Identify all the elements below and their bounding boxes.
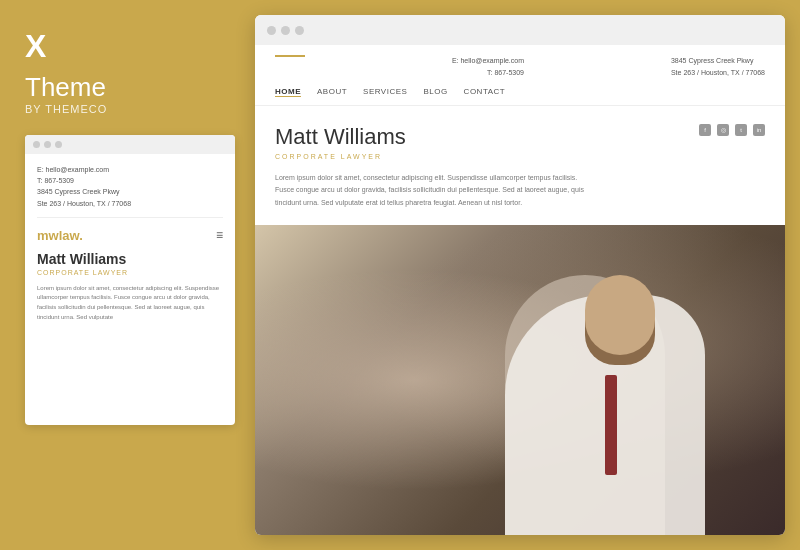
person-figure xyxy=(505,285,705,535)
desktop-hero-name: Matt Williams xyxy=(275,124,595,150)
twitter-icon[interactable]: t xyxy=(735,124,747,136)
main-area: E: hello@example.com T: 867-5309 3845 Cy… xyxy=(245,0,800,550)
desktop-preview-card: E: hello@example.com T: 867-5309 3845 Cy… xyxy=(255,15,785,535)
sidebar-logo: X xyxy=(25,30,225,62)
instagram-icon[interactable]: ◎ xyxy=(717,124,729,136)
mini-dot-3 xyxy=(55,141,62,148)
mini-dot-2 xyxy=(44,141,51,148)
mini-hamburger-icon[interactable]: ≡ xyxy=(216,228,223,242)
mini-browser-bar xyxy=(25,135,235,154)
person-head xyxy=(585,275,655,355)
desktop-address1: 3845 Cypress Creek Pkwy xyxy=(671,55,765,67)
person-tie xyxy=(605,375,617,475)
desktop-nav-links: HOME ABOUT SERVICES BLOG CONTACT xyxy=(275,87,765,105)
desktop-image-section xyxy=(255,225,785,535)
sidebar-by: By THEMECO xyxy=(25,103,225,115)
desktop-address2: Ste 263 / Houston, TX / 77068 xyxy=(671,67,765,79)
desktop-contact-phone: T: 867-5309 xyxy=(452,67,524,79)
desktop-hero: Matt Williams CORPORATE LAWYER Lorem ips… xyxy=(255,106,785,225)
mini-contact-info: E: hello@example.com T: 867-5309 3845 Cy… xyxy=(37,164,131,209)
mini-email: E: hello@example.com xyxy=(37,164,131,175)
desktop-address-right: 3845 Cypress Creek Pkwy Ste 263 / Housto… xyxy=(671,55,765,79)
mini-body-text: Lorem ipsum dolor sit amet, consectetur … xyxy=(37,284,223,322)
desktop-dot-2 xyxy=(281,26,290,35)
desktop-content: E: hello@example.com T: 867-5309 3845 Cy… xyxy=(255,45,785,535)
mini-address2: Ste 263 / Houston, TX / 77068 xyxy=(37,198,131,209)
desktop-nav-area: E: hello@example.com T: 867-5309 3845 Cy… xyxy=(255,45,785,106)
desktop-logo-line xyxy=(275,55,305,57)
desktop-logo-section xyxy=(275,55,305,61)
nav-link-home[interactable]: HOME xyxy=(275,87,301,97)
desktop-hero-body: Lorem ipsum dolor sit amet, consectetur … xyxy=(275,172,595,210)
x-logo: X xyxy=(25,30,46,62)
facebook-icon[interactable]: f xyxy=(699,124,711,136)
nav-link-blog[interactable]: BLOG xyxy=(423,87,447,97)
mini-divider xyxy=(37,217,223,218)
mini-header-row: mwlaw. ≡ xyxy=(37,228,223,243)
desktop-hero-text: Matt Williams CORPORATE LAWYER Lorem ips… xyxy=(275,124,595,210)
nav-link-contact[interactable]: CONTACT xyxy=(464,87,506,97)
desktop-hero-role: CORPORATE LAWYER xyxy=(275,153,595,160)
mini-content: E: hello@example.com T: 867-5309 3845 Cy… xyxy=(25,154,235,332)
desktop-dot-1 xyxy=(267,26,276,35)
sidebar-title: Theme xyxy=(25,72,225,103)
mini-contact-row: E: hello@example.com T: 867-5309 3845 Cy… xyxy=(37,164,223,209)
desktop-social-icons: f ◎ t in xyxy=(699,124,765,136)
desktop-browser-bar xyxy=(255,15,785,45)
nav-link-about[interactable]: ABOUT xyxy=(317,87,347,97)
linkedin-icon[interactable]: in xyxy=(753,124,765,136)
mini-preview-card: E: hello@example.com T: 867-5309 3845 Cy… xyxy=(25,135,235,425)
mini-address1: 3845 Cypress Creek Pkwy xyxy=(37,186,131,197)
sidebar: X Theme By THEMECO E: hello@example.com … xyxy=(0,0,245,550)
nav-link-services[interactable]: SERVICES xyxy=(363,87,407,97)
desktop-contact-right: E: hello@example.com T: 867-5309 xyxy=(452,55,524,79)
mini-person-name: Matt Williams xyxy=(37,251,223,267)
mini-person-role: CORPORATE LAWYER xyxy=(37,269,223,276)
mini-dot-1 xyxy=(33,141,40,148)
desktop-contact-email: E: hello@example.com xyxy=(452,55,524,67)
desktop-nav-top: E: hello@example.com T: 867-5309 3845 Cy… xyxy=(275,55,765,79)
mini-logo-text: mwlaw. xyxy=(37,228,83,243)
mini-phone: T: 867-5309 xyxy=(37,175,131,186)
desktop-dot-3 xyxy=(295,26,304,35)
